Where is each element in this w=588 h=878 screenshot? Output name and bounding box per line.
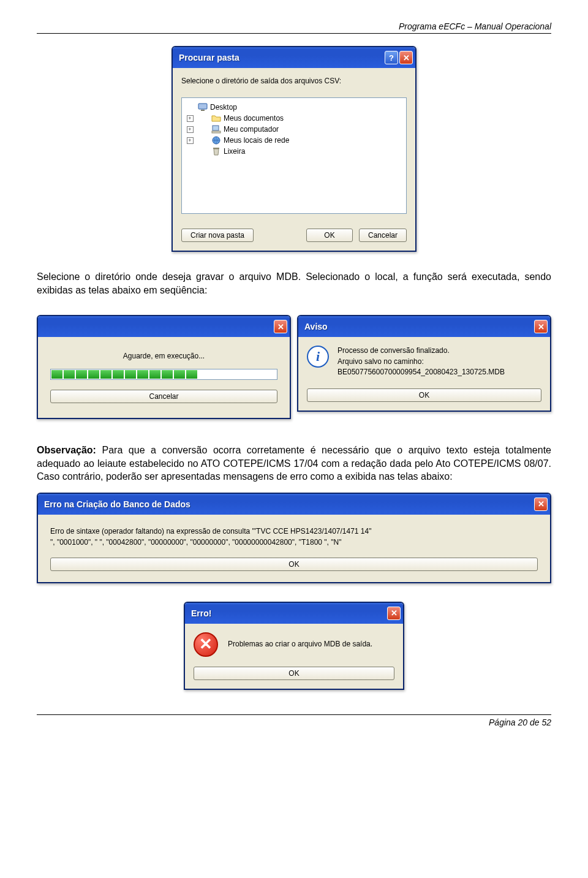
info-icon: i	[307, 346, 329, 368]
dialog-title: Procurar pasta	[179, 53, 385, 62]
paragraph: Selecione o diretório onde deseja gravar…	[37, 270, 551, 297]
dialog-titlebar: Aviso ✕	[298, 316, 550, 337]
close-button[interactable]: ✕	[534, 320, 548, 333]
progress-dialog: ✕ Aguarde, em execução... Cancelar	[37, 315, 291, 419]
tree-label: Desktop	[210, 103, 237, 112]
tree-label: Meus locais de rede	[224, 136, 289, 145]
dialog-titlebar: Erro na Criação do Banco de Dados ✕	[38, 494, 550, 515]
svg-rect-5	[213, 148, 219, 149]
expand-icon[interactable]: +	[187, 137, 194, 144]
trash-icon	[211, 146, 221, 156]
tree-label: Lixeira	[224, 147, 245, 156]
instruction-label: Selecione o diretório de saída dos arqui…	[181, 77, 407, 85]
svg-rect-0	[198, 104, 207, 109]
tree-item-network[interactable]: + Meus locais de rede	[184, 135, 404, 146]
error-line: ", "0001000", " ", "00042800", "00000000…	[50, 537, 538, 548]
db-error-dialog: Erro na Criação do Banco de Dados ✕ Erro…	[37, 493, 551, 583]
cancel-button[interactable]: Cancelar	[359, 229, 407, 242]
dialog-title: Erro!	[191, 608, 387, 618]
progress-label: Aguarde, em execução...	[50, 352, 277, 360]
network-icon	[211, 135, 221, 145]
expand-icon[interactable]: +	[187, 115, 194, 122]
error-dialog: Erro! ✕ ✕ Problemas ao criar o arquivo M…	[184, 602, 404, 690]
tree-label: Meu computador	[224, 125, 279, 134]
close-button[interactable]: ✕	[399, 51, 413, 64]
progress-bar	[50, 369, 277, 380]
tree-item-computer[interactable]: + Meu computador	[184, 124, 404, 135]
svg-rect-3	[212, 131, 221, 133]
new-folder-button[interactable]: Criar nova pasta	[181, 229, 254, 242]
observacao-text: Para que a conversão ocorra corretamente…	[37, 445, 551, 482]
error-line: Erro de sintaxe (operador faltando) na e…	[50, 526, 538, 537]
ok-button[interactable]: OK	[194, 667, 394, 680]
doc-footer: Página 20 de 52	[37, 714, 551, 727]
desktop-icon	[198, 102, 208, 112]
browse-folder-dialog: Procurar pasta ? ✕ Selecione o diretório…	[172, 46, 417, 252]
error-icon: ✕	[194, 632, 218, 657]
observacao-paragraph: Observação: Para que a conversão ocorra …	[37, 444, 551, 483]
folder-icon	[211, 113, 221, 123]
observacao-label: Observação:	[37, 445, 96, 455]
help-button[interactable]: ?	[385, 51, 398, 64]
tree-item-docs[interactable]: + Meus documentos	[184, 113, 404, 124]
aviso-line: Processo de conversão finalizado.	[337, 346, 505, 356]
tree-item-trash[interactable]: Lixeira	[184, 146, 404, 157]
svg-rect-1	[201, 110, 205, 111]
svg-rect-2	[213, 126, 219, 131]
close-button[interactable]: ✕	[387, 607, 401, 620]
dialog-title: Aviso	[304, 322, 534, 331]
ok-button[interactable]: OK	[306, 229, 353, 242]
computer-icon	[211, 124, 221, 134]
aviso-line: BE050775600700009954_20080423_130725.MDB	[337, 367, 505, 377]
close-button[interactable]: ✕	[274, 320, 287, 333]
close-button[interactable]: ✕	[534, 498, 548, 511]
expand-icon[interactable]: +	[187, 126, 194, 133]
folder-tree[interactable]: Desktop + Meus documentos + Meu	[181, 97, 407, 214]
cancel-button[interactable]: Cancelar	[50, 390, 277, 403]
tree-item-desktop[interactable]: Desktop	[184, 102, 404, 113]
doc-header: Programa eECFc – Manual Operacional	[37, 21, 551, 34]
aviso-dialog: Aviso ✕ i Processo de conversão finaliza…	[297, 315, 551, 412]
dialog-titlebar: Erro! ✕	[185, 603, 403, 624]
ok-button[interactable]: OK	[50, 558, 538, 571]
error-message: Problemas ao criar o arquivo MDB de saíd…	[228, 639, 372, 649]
aviso-line: Arquivo salvo no caminho:	[337, 357, 505, 367]
error-message: Erro de sintaxe (operador faltando) na e…	[50, 526, 538, 548]
dialog-titlebar: Procurar pasta ? ✕	[173, 47, 415, 68]
tree-label: Meus documentos	[224, 114, 284, 123]
ok-button[interactable]: OK	[307, 388, 541, 402]
dialog-titlebar: ✕	[38, 316, 290, 337]
dialog-title: Erro na Criação do Banco de Dados	[44, 499, 534, 509]
aviso-message: Processo de conversão finalizado. Arquiv…	[337, 346, 505, 377]
